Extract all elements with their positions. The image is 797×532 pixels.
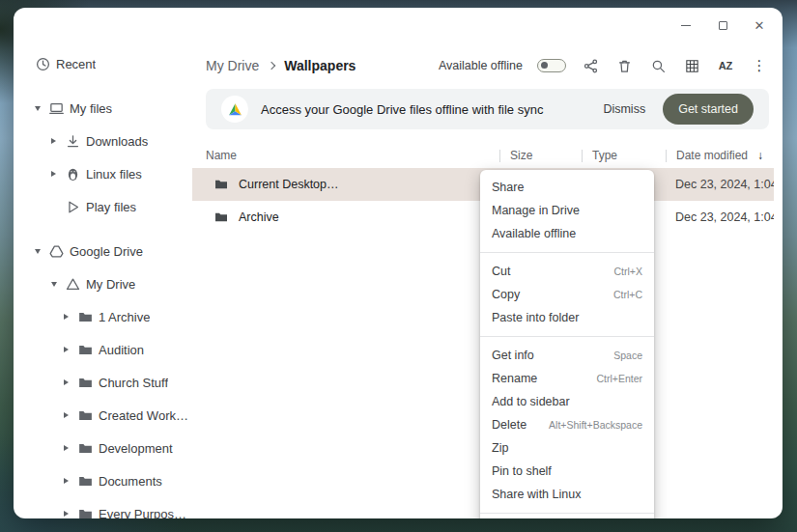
close-button-icon[interactable]: ✕	[752, 17, 767, 33]
context-menu: Share Manage in Drive Available offline …	[480, 170, 654, 518]
sidebar-item-documents[interactable]: Documents	[14, 464, 192, 497]
sidebar-item-label: Development	[99, 441, 173, 456]
menu-item-get-info[interactable]: Get info Space	[480, 344, 654, 367]
available-offline-label: Available offline	[439, 59, 523, 72]
sidebar-item-label: Documents	[99, 474, 162, 489]
menu-item-copy[interactable]: Copy Ctrl+C	[480, 283, 654, 306]
expand-arrow-icon[interactable]	[64, 379, 77, 385]
minimize-button-icon[interactable]	[678, 17, 694, 33]
menu-item-label: Zip	[492, 441, 508, 455]
sidebar-item-label: 1 Archive	[99, 310, 150, 324]
expand-arrow-icon[interactable]	[64, 314, 77, 320]
breadcrumb-parent[interactable]: My Drive	[206, 58, 259, 73]
file-date-modified: Dec 23, 2024, 1:04 …	[666, 178, 774, 191]
menu-item-cut[interactable]: Cut Ctrl+X	[480, 260, 654, 283]
grid-view-icon[interactable]	[682, 56, 701, 75]
main-panel: My Drive Wallpapers Available offline	[192, 42, 783, 518]
collapse-arrow-icon[interactable]	[35, 249, 48, 254]
column-header-label: Type	[592, 149, 617, 162]
my-drive-icon	[65, 276, 86, 293]
google-drive-logo-icon	[221, 96, 248, 123]
menu-item-label: Share	[492, 181, 524, 194]
sidebar-item-label: Linux files	[86, 167, 142, 182]
sidebar-item-label: Every Purpose …	[99, 507, 192, 519]
menu-item-label: Rename	[492, 372, 537, 385]
expand-arrow-icon[interactable]	[64, 511, 77, 517]
menu-item-label: Pin to shelf	[492, 464, 552, 478]
menu-item-label: Paste into folder	[492, 311, 579, 324]
menu-item-paste-into-folder[interactable]: Paste into folder	[480, 306, 654, 329]
breadcrumb-current: Wallpapers	[284, 58, 356, 73]
sidebar-item-created-works[interactable]: Created Works…	[14, 399, 192, 432]
sidebar-item-church-stuff[interactable]: Church Stuff	[14, 366, 192, 399]
menu-item-label: Delete	[492, 418, 527, 432]
maximize-button-icon[interactable]	[715, 17, 730, 33]
sidebar-item-label: My files	[70, 101, 112, 116]
sidebar-item-every-purpose[interactable]: Every Purpose …	[14, 497, 192, 518]
menu-item-shortcut: Alt+Shift+Backspace	[549, 419, 642, 431]
sidebar-item-label: My Drive	[86, 277, 135, 292]
menu-item-label: Cut	[492, 265, 510, 278]
sidebar-item-downloads[interactable]: Downloads	[14, 125, 192, 157]
sidebar-item-label: Downloads	[86, 134, 148, 149]
column-header-label: Size	[510, 149, 532, 162]
penguin-icon	[65, 166, 86, 182]
menu-item-add-to-sidebar[interactable]: Add to sidebar	[480, 390, 654, 413]
delete-icon[interactable]	[614, 56, 634, 75]
share-icon[interactable]	[581, 56, 600, 75]
offline-sync-banner: Access your Google Drive files offline w…	[206, 89, 769, 129]
window-content: Recent My files Downloads	[14, 42, 783, 518]
sidebar-item-audition[interactable]: Audition	[14, 333, 192, 366]
breadcrumb: My Drive Wallpapers	[206, 58, 356, 73]
column-header-type[interactable]: Type	[582, 143, 666, 168]
folder-icon	[77, 473, 99, 490]
get-started-button[interactable]: Get started	[663, 94, 754, 125]
folder-icon	[77, 407, 99, 424]
file-name: Archive	[239, 210, 279, 224]
menu-separator	[480, 336, 654, 337]
menu-item-rename[interactable]: Rename Ctrl+Enter	[480, 367, 654, 390]
menu-item-share-with-linux[interactable]: Share with Linux	[480, 483, 654, 506]
sidebar-item-my-drive[interactable]: My Drive	[14, 267, 192, 300]
menu-item-pin-to-shelf[interactable]: Pin to shelf	[480, 460, 654, 483]
sidebar-item-1-archive[interactable]: 1 Archive	[14, 300, 192, 333]
collapse-arrow-icon[interactable]	[35, 106, 48, 111]
expand-arrow-icon[interactable]	[51, 171, 65, 177]
sidebar-item-development[interactable]: Development	[14, 432, 192, 464]
sidebar-item-recent[interactable]: Recent	[14, 47, 192, 80]
column-header-size[interactable]: Size	[499, 143, 582, 168]
folder-icon	[213, 177, 229, 192]
expand-arrow-icon[interactable]	[64, 347, 77, 352]
column-header-date-modified[interactable]: Date modified ↓	[666, 143, 774, 168]
google-drive-icon	[48, 243, 70, 260]
expand-arrow-icon[interactable]	[64, 412, 77, 418]
sort-az-text: AZ	[719, 60, 733, 71]
sidebar-item-linux-files[interactable]: Linux files	[14, 157, 192, 190]
column-header-name[interactable]: Name	[192, 143, 499, 168]
menu-item-available-offline[interactable]: Available offline	[480, 222, 654, 245]
menu-item-label: Copy	[492, 288, 520, 301]
menu-item-label: Share with Linux	[492, 488, 581, 501]
search-icon[interactable]	[648, 56, 668, 75]
collapse-arrow-icon[interactable]	[51, 282, 65, 287]
sidebar-item-my-files[interactable]: My files	[14, 92, 192, 125]
column-header-label: Date modified	[676, 149, 748, 162]
column-separator	[499, 150, 500, 162]
sidebar-item-play-files[interactable]: Play files	[14, 190, 192, 223]
sidebar-item-label: Created Works…	[99, 408, 192, 423]
more-options-icon[interactable]: ⋮	[750, 56, 769, 75]
available-offline-toggle[interactable]	[537, 59, 566, 72]
sidebar-item-label: Church Stuff	[99, 376, 168, 390]
folder-icon	[213, 210, 229, 225]
expand-arrow-icon[interactable]	[64, 478, 77, 484]
sidebar-item-google-drive[interactable]: Google Drive	[14, 235, 192, 267]
expand-arrow-icon[interactable]	[51, 138, 65, 144]
menu-item-zip[interactable]: Zip	[480, 436, 654, 460]
expand-arrow-icon[interactable]	[64, 445, 77, 451]
menu-item-delete[interactable]: Delete Alt+Shift+Backspace	[480, 413, 654, 436]
file-name: Current Desktop…	[239, 178, 339, 191]
menu-item-manage-in-drive[interactable]: Manage in Drive	[480, 199, 654, 222]
sort-az-icon[interactable]: AZ	[716, 56, 735, 75]
dismiss-button[interactable]: Dismiss	[603, 102, 645, 116]
menu-item-share[interactable]: Share	[480, 176, 654, 199]
